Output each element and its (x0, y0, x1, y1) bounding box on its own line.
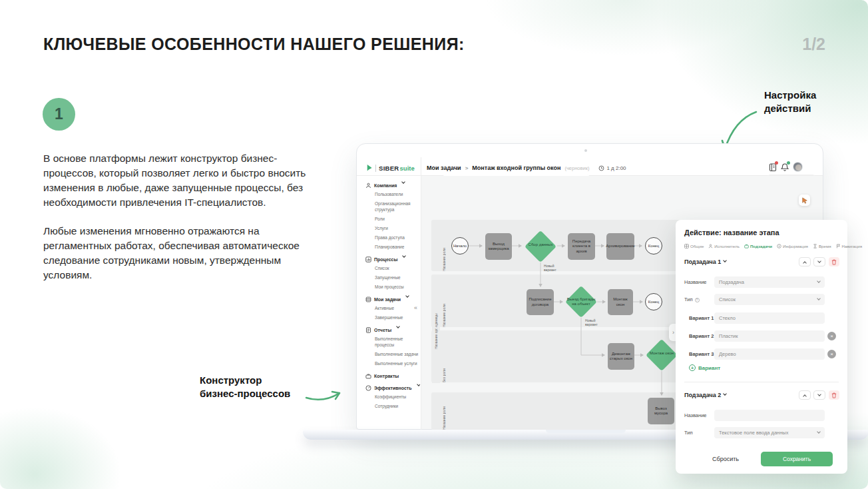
chevron-down-icon (817, 430, 821, 434)
move-up-button[interactable] (799, 257, 811, 266)
sidebar-item-my-processes[interactable]: Мои процессы (365, 282, 420, 291)
app-logo: SIBER suite (365, 161, 415, 175)
sidebar-item-users[interactable]: Пользователи (365, 189, 420, 199)
panel-divider (684, 382, 839, 382)
tab-general[interactable]: Общие (684, 244, 704, 248)
journal-icon[interactable] (769, 163, 777, 172)
save-button[interactable]: Сохранить (761, 452, 833, 466)
type-select[interactable]: Список (714, 294, 825, 305)
edge-label-new-variant: Новый вариант (585, 318, 602, 326)
field-label-name2: Название (684, 412, 707, 418)
tab-information[interactable]: Информация (777, 244, 808, 248)
sidebar-item-coefficients[interactable]: Коэффициенты (365, 392, 420, 401)
tab-subtasks[interactable]: Подзадачи (744, 244, 772, 248)
callout-process-builder: Конструктор бизнес-процессов (200, 374, 290, 400)
paragraph-2: Любые изменения мгновенно отражаются на … (43, 224, 328, 282)
trash-icon (831, 392, 837, 398)
briefcase-icon (365, 373, 371, 379)
sidebar-item-completed[interactable]: Завершенные (365, 312, 420, 322)
edge-label-new-variant: Новый вариант (544, 264, 561, 272)
sidebar-item-done-tasks[interactable]: Выполненные задачи (365, 349, 420, 358)
sidebar-item-active[interactable]: Активные (365, 303, 420, 312)
delete-subtask-button[interactable] (829, 390, 839, 400)
gateway-label: Монтаж окон (645, 351, 678, 356)
flow-node-sign-contract[interactable]: Подписание договора (527, 289, 554, 315)
name2-input[interactable] (714, 410, 825, 421)
sidebar-item-processes[interactable]: Процессы (365, 256, 420, 263)
topbar-icons (769, 162, 803, 172)
flow-node-client-to-archive[interactable]: Передача клиента в архив (568, 233, 595, 260)
sidebar-item-efficiency[interactable]: Эффективность (365, 384, 420, 392)
move-down-button[interactable] (813, 390, 825, 400)
gateway-label: Выезд бригады на объект (564, 297, 598, 306)
paragraph-1: В основе платформы лежит конструктор биз… (43, 151, 328, 210)
tab-navigation[interactable]: Навигация (836, 244, 863, 248)
help-icon[interactable]: ? (695, 298, 700, 302)
page-title: КЛЮЧЕВЫЕ ОСОБЕННОСТИ НАШЕГО РЕШЕНИЯ: (43, 35, 465, 54)
move-up-button[interactable] (799, 390, 811, 400)
variant3-input[interactable]: Дерево (714, 348, 825, 360)
chevron-down-icon (405, 294, 409, 298)
sidebar-item-done-services[interactable]: Выполненные услуги (365, 358, 420, 368)
variant2-input[interactable]: Пластик (714, 330, 825, 342)
tab-executor[interactable]: Исполнитель (708, 244, 740, 248)
person-icon (708, 244, 713, 248)
field-label-name: Название (684, 279, 707, 285)
body-text: В основе платформы лежит конструктор биз… (43, 151, 328, 296)
chevron-up-icon (803, 394, 807, 398)
breadcrumb-separator: > (465, 165, 469, 171)
panel-title: Действие: название этапа (684, 229, 779, 237)
flow-end-node[interactable]: Конец (645, 237, 662, 254)
report-icon (365, 327, 371, 333)
plus-icon: + (689, 364, 696, 371)
sidebar-item-running[interactable]: Запущенные (365, 272, 420, 282)
duration-indicator: 1 д 2:00 (598, 165, 626, 171)
step-number-badge: 1 (43, 98, 75, 131)
flow-node-dismantle-old[interactable]: Демонтаж старых окон (608, 343, 634, 370)
sidebar-collapse-icon[interactable]: « (414, 304, 417, 311)
add-variant-button[interactable]: + Вариант (689, 364, 720, 371)
chevron-down-icon (723, 392, 727, 396)
flow-node-install-windows[interactable]: Монтаж окон (608, 289, 633, 315)
tab-time[interactable]: Время (813, 244, 831, 248)
subtask-1-header[interactable]: Подзадача 1 (684, 258, 726, 265)
subtask-2-header[interactable]: Подзадача 2 (684, 392, 726, 398)
remove-variant3-icon[interactable]: × (827, 350, 836, 358)
delete-subtask-button[interactable] (829, 257, 839, 266)
briefcase-icon (744, 244, 749, 248)
sidebar-item-reports[interactable]: Отчеты (365, 326, 420, 334)
move-down-button[interactable] (813, 257, 825, 266)
sidebar-item-company[interactable]: Компания (365, 182, 420, 189)
webcam-dot (584, 149, 587, 152)
flow-node-exit-measurer[interactable]: Выход замерщика (485, 233, 512, 260)
breadcrumb-root[interactable]: Мои задачи (427, 165, 461, 171)
user-avatar[interactable] (793, 162, 803, 172)
flow-node-archiving[interactable]: Архивирование (606, 233, 634, 260)
callout-actions-setup: Настройка действий (764, 89, 816, 115)
sidebar-item-org-structure[interactable]: Организационная структура (365, 199, 420, 214)
sidebar-item-access[interactable]: Права доступа (365, 233, 420, 242)
sidebar-item-employees[interactable]: Сотрудники (365, 401, 420, 410)
variant1-input[interactable]: Стекло (714, 312, 825, 324)
reset-button[interactable]: Сбросить (712, 456, 739, 462)
sidebar-item-contracts[interactable]: Контракты (365, 372, 420, 380)
sidebar-item-done-processes[interactable]: Выполненные процессы (365, 334, 420, 349)
flow-start-node[interactable]: Начало (451, 237, 469, 254)
sidebar-item-roles[interactable]: Роли (365, 214, 420, 223)
field-label-variant3: Вариант 3 (689, 351, 714, 357)
field-label-variant1: Вариант 1 (689, 315, 714, 321)
type2-select[interactable]: Текстовое поле ввода данных (714, 427, 825, 438)
remove-variant2-icon[interactable]: × (827, 332, 836, 340)
sidebar-item-planning[interactable]: Планирование (365, 242, 420, 251)
sidebar-item-my-tasks[interactable]: Мои задачи (365, 296, 420, 303)
sidebar-item-list[interactable]: Список (365, 263, 420, 272)
sidebar-section-company: Компания Пользователи Организационная ст… (365, 182, 420, 251)
notifications-bell-icon[interactable] (781, 163, 789, 172)
name-select[interactable]: Подзадача (714, 276, 825, 288)
sidebar-item-services[interactable]: Услуги (365, 223, 420, 233)
flow-node-garbage-removal[interactable]: Вывоз мусора (648, 398, 674, 424)
logo-play-icon (365, 164, 373, 172)
flow-end-node[interactable]: Конец (645, 293, 662, 310)
curved-arrow-right-icon (305, 388, 343, 404)
sidebar-nav: Компания Пользователи Организационная ст… (357, 177, 420, 429)
